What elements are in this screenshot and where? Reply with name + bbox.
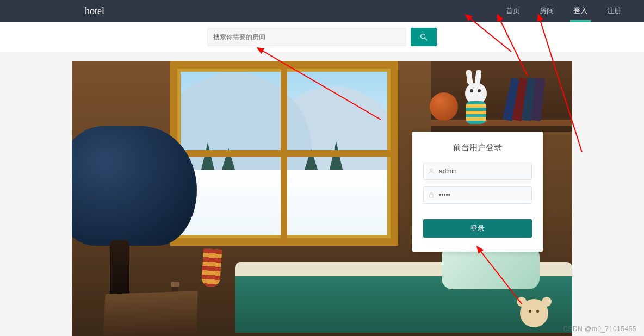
bunny-toy-icon bbox=[461, 77, 491, 126]
basketball-icon bbox=[430, 92, 458, 121]
user-icon bbox=[428, 167, 435, 175]
search-bar bbox=[0, 22, 644, 52]
deskbook-icon bbox=[103, 291, 197, 336]
window-illustration bbox=[170, 61, 398, 246]
nav-login[interactable]: 登入 bbox=[564, 0, 597, 22]
search-icon bbox=[419, 33, 428, 41]
brand-logo: hotel bbox=[85, 5, 104, 17]
login-submit-button[interactable]: 登录 bbox=[423, 219, 532, 238]
svg-point-2 bbox=[430, 169, 433, 171]
search-input[interactable] bbox=[207, 28, 406, 46]
svg-rect-3 bbox=[430, 195, 434, 197]
svg-point-0 bbox=[421, 34, 425, 39]
watermark: CSDN @m0_71015455 bbox=[563, 325, 636, 333]
svg-line-1 bbox=[425, 38, 427, 40]
nav-rooms[interactable]: 房间 bbox=[530, 0, 564, 22]
books-icon bbox=[507, 77, 550, 121]
sock-icon bbox=[201, 248, 222, 288]
login-title: 前台用户登录 bbox=[423, 142, 532, 153]
login-panel: 前台用户登录 登录 bbox=[412, 132, 543, 252]
lock-icon bbox=[428, 191, 435, 199]
nav-register[interactable]: 注册 bbox=[597, 0, 631, 22]
teddy-icon bbox=[512, 295, 556, 336]
password-input[interactable] bbox=[423, 186, 532, 204]
navbar: hotel 首页 房间 登入 注册 bbox=[0, 0, 644, 22]
hero-illustration: 前台用户登录 登录 bbox=[72, 61, 572, 336]
nav-home[interactable]: 首页 bbox=[496, 0, 530, 22]
username-input[interactable] bbox=[423, 163, 532, 180]
bed-illustration bbox=[235, 240, 572, 336]
search-button[interactable] bbox=[411, 28, 437, 46]
